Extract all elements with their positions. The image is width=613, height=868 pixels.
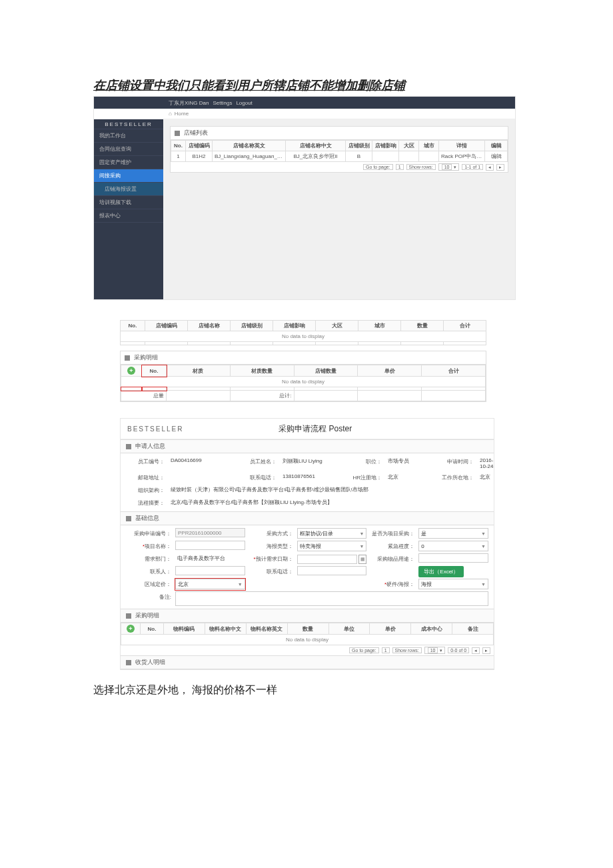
chevron-down-icon: ▼: [359, 531, 364, 536]
work-loc-value: 北京: [478, 472, 495, 483]
detail-pager[interactable]: Go to page: 1 Show rows: 10 ▾ 0-0 of 0 ◂…: [121, 645, 494, 655]
section-icon: [126, 660, 131, 665]
table-row[interactable]: 1B1H2BJ_Liangxiang_Huaguan_JACK...BJ_北京良…: [171, 151, 508, 162]
pager-prev-icon[interactable]: ◂: [486, 164, 494, 171]
hr-loc-value: 北京: [386, 472, 432, 483]
panel-icon: [125, 355, 130, 361]
section-icon: [126, 613, 131, 619]
poster-type-select[interactable]: 特卖海报▼: [297, 541, 367, 551]
export-excel-button[interactable]: 导出（Excel）: [418, 566, 464, 577]
section-icon: [126, 444, 131, 449]
shop-list-panel: 店铺列表 No.店铺编码店铺名称英文店铺名称中文店铺级别店铺影响大区城市详情编辑…: [170, 126, 508, 173]
topbar-logout[interactable]: Logout: [236, 100, 252, 106]
breadcrumb: ⌂ Home: [94, 109, 515, 119]
pager-prev-icon[interactable]: ◂: [472, 647, 480, 654]
contact-phone-input[interactable]: [297, 566, 367, 575]
edit-link[interactable]: 编辑: [485, 151, 508, 162]
pager-page-input[interactable]: 1: [382, 647, 390, 653]
pager-page-input[interactable]: 1: [396, 164, 404, 170]
section-applicant-title: 申请人信息: [135, 442, 165, 451]
chevron-down-icon: ▼: [481, 544, 486, 549]
brand-logo: BESTSELLER: [94, 119, 163, 129]
pager[interactable]: Go to page: 1 Show rows: 10 ▾ 1-1 of 1 ◂…: [171, 162, 508, 172]
chevron-down-icon: ▼: [481, 531, 486, 536]
add-row-button[interactable]: +: [127, 625, 135, 633]
content-area: 店铺列表 No.店铺编码店铺名称英文店铺名称中文店铺级别店铺影响大区城市详情编辑…: [163, 119, 515, 299]
pager-rows-select[interactable]: 10 ▾: [424, 647, 446, 654]
nav-training-video[interactable]: 培训视频下载: [94, 196, 163, 209]
hw-poster-select[interactable]: 海报▼: [418, 579, 488, 589]
region-price-select[interactable]: 北京▼: [175, 579, 245, 589]
shop-summary-table: No.店铺编码店铺名称店铺级别店铺影响大区城市数量合计 No data to d…: [120, 320, 486, 345]
remark-input[interactable]: [175, 591, 488, 606]
request-no-input: [175, 528, 245, 537]
org-value: 绫致时装（天津）有限公司\电子商务及数字平台\电子商务部\维沙最销售团队\市场部: [169, 485, 495, 496]
chevron-down-icon: ▼: [238, 582, 243, 587]
required-date-input[interactable]: [297, 555, 357, 564]
panel-title: 采购明细: [134, 353, 158, 362]
col-no-highlighted: No.: [142, 365, 167, 377]
sidebar: BESTSELLER 我的工作台 合同信息查询 固定资产维护 间接采购 店铺海报…: [94, 119, 163, 299]
nav-indirect-purchase[interactable]: 间接采购: [94, 169, 163, 183]
section-detail-title: 采购明细: [135, 611, 159, 620]
breadcrumb-home[interactable]: Home: [175, 111, 189, 117]
nav-my-workbench[interactable]: 我的工作台: [94, 129, 163, 143]
screenshot-2: No.店铺编码店铺名称店铺级别店铺影响大区城市数量合计 No data to d…: [120, 320, 486, 402]
material-table: + No. 材质材质数量店铺数量单价合计 No data to display …: [121, 365, 486, 401]
purchase-detail-table: + No. 物料编码物料名称中文物料名称英文数量单位单价成本中心备注 No da…: [121, 623, 494, 645]
panel-icon: [175, 131, 180, 136]
nav-asset-maintain[interactable]: 固定资产维护: [94, 156, 163, 169]
page-title: 采购申请流程 Poster: [183, 423, 447, 435]
calendar-icon[interactable]: ▦: [358, 555, 366, 564]
pager-rows-select[interactable]: 10 ▾: [438, 163, 460, 171]
no-data-row: No data to display: [121, 377, 486, 387]
chevron-down-icon: ▼: [359, 544, 364, 549]
no-data-row: No data to display: [121, 635, 494, 645]
footnote: 选择北京还是外地， 海报的价格不一样: [93, 683, 613, 697]
apply-time-value: 2016-10-24: [478, 456, 495, 471]
brand-logo: BESTSELLER: [127, 425, 183, 433]
email-value: [169, 472, 235, 483]
screenshot-3: BESTSELLER 采购申请流程 Poster 申请人信息 员工编号：DA00…: [120, 418, 494, 670]
add-row-button[interactable]: +: [127, 367, 135, 375]
no-data-row: No data to display: [121, 331, 486, 342]
dept-value: 电子商务及数字平台: [175, 553, 245, 565]
caption-top: 在店铺设置中我们只能看到用户所辖店铺不能增加删除店铺: [93, 77, 613, 93]
purchase-method-select[interactable]: 框架协议/目录▼: [297, 528, 367, 539]
panel-title: 店铺列表: [184, 129, 208, 137]
topbar: 丁东月XING Dan Settings Logout: [94, 97, 515, 109]
basic-info-form: 采购申请编号： 采购方式： 框架协议/目录▼ 是否为项目采购： 是▼ *项目名称…: [121, 525, 494, 609]
project-name-input[interactable]: [175, 541, 245, 550]
nav-contract-query[interactable]: 合同信息查询: [94, 143, 163, 156]
section-receiver-title: 收货人明细: [135, 658, 165, 667]
urgency-select[interactable]: 0▼: [418, 541, 488, 551]
applicant-form: 员工编号：DA00416699 员工姓名：刘丽颖LIU Liying 职位：市场…: [121, 453, 494, 511]
contact-input[interactable]: [175, 566, 245, 575]
table-header-row: No.店铺编码店铺名称英文店铺名称中文店铺级别店铺影响大区城市详情编辑: [171, 141, 508, 151]
chevron-down-icon: ▼: [481, 582, 486, 587]
shop-list-table: No.店铺编码店铺名称英文店铺名称中文店铺级别店铺影响大区城市详情编辑 1B1H…: [171, 140, 508, 162]
position-value: 市场专员: [386, 456, 432, 471]
emp-name-value: 刘丽颖LIU Liying: [281, 456, 347, 471]
usage-input[interactable]: [418, 553, 488, 563]
pager-next-icon[interactable]: ▸: [496, 164, 504, 171]
total-sum-label: 总计:: [230, 391, 294, 401]
home-icon[interactable]: ⌂: [169, 111, 172, 117]
purchase-detail-panel: 采购明细 + No. 材质材质数量店铺数量单价合计 No data to dis…: [120, 351, 486, 402]
nav-shop-poster-setting[interactable]: 店铺海报设置: [94, 183, 163, 196]
topbar-user[interactable]: 丁东月XING Dan: [169, 99, 209, 107]
section-icon: [126, 516, 131, 521]
pager-next-icon[interactable]: ▸: [482, 647, 490, 654]
flow-value: 北京/电子商务及数字平台/电子商务部【刘丽颖LIU Liying-市场专员】: [169, 497, 495, 509]
phone-value: 13810876561: [281, 472, 347, 483]
topbar-settings[interactable]: Settings: [213, 100, 232, 106]
section-basic-title: 基础信息: [135, 514, 159, 523]
total-qty-label: 总量: [121, 391, 167, 401]
screenshot-1: 丁东月XING Dan Settings Logout ⌂ Home BESTS…: [93, 96, 516, 300]
is-project-select[interactable]: 是▼: [418, 528, 488, 539]
emp-id-value: DA00416699: [169, 456, 235, 471]
nav-report-center[interactable]: 报表中心: [94, 209, 163, 223]
